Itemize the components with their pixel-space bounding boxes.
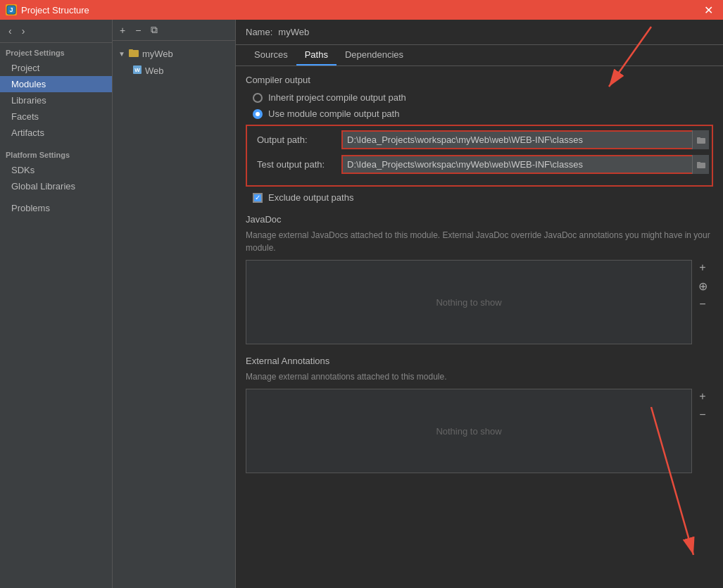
output-path-container [341,130,709,149]
external-annotations-add-button[interactable]: + [695,389,710,404]
tree-add-button[interactable]: + [117,23,128,37]
tree-node-myWeb[interactable]: ▼ myWeb [115,45,232,63]
external-annotations-empty-label: Nothing to show [436,426,501,437]
external-annotations-section: External Annotations Manage external ann… [246,356,713,473]
tabs-row: Sources Paths Dependencies [236,45,723,66]
test-output-path-input[interactable] [341,155,709,174]
module-folder-icon [128,47,139,61]
sidebar-item-libraries[interactable]: Libraries [0,92,112,108]
compiler-output-title: Compiler output [246,75,713,85]
output-path-row: Output path: [250,130,709,149]
tree-copy-button[interactable]: ⧉ [148,23,161,37]
tree-expand-arrow: ▼ [118,50,125,58]
output-path-input[interactable] [341,130,709,149]
radio-inherit-label: Inherit project compile output path [268,92,406,103]
javadoc-list-wrapper: Nothing to show + ⊕ − [246,260,692,344]
svg-rect-7 [697,137,700,139]
tree-panel: + − ⧉ ▼ myWeb W [113,20,236,588]
back-button[interactable]: ‹ [6,24,15,38]
close-button[interactable]: ✕ [700,2,717,18]
svg-rect-8 [697,163,705,168]
external-annotations-list-actions: + − [695,389,710,423]
radio-use-module-circle[interactable] [253,109,263,119]
name-row: Name: myWeb [236,20,723,45]
tab-paths[interactable]: Paths [296,45,337,65]
tree-node-label-myweb: myWeb [142,49,173,59]
svg-text:W: W [134,67,140,73]
svg-rect-2 [129,50,139,57]
radio-use-module-row[interactable]: Use module compile output path [246,108,713,119]
checkbox-check-icon: ✓ [255,194,260,201]
radio-inherit-circle[interactable] [253,93,263,103]
platform-settings-label: Platform Settings [0,144,112,162]
tree-node-web[interactable]: W Web [115,63,232,79]
sidebar-item-sdks[interactable]: SDKs [0,162,112,178]
title-bar-left: J Project Structure [6,4,89,15]
name-value: myWeb [278,27,309,37]
javadoc-add-button[interactable]: + [695,260,710,275]
javadoc-title: JavaDoc [246,214,713,225]
main-container: ‹ › Project Settings Project Modules Lib… [0,20,723,588]
title-bar: J Project Structure ✕ [0,0,723,20]
sidebar-item-problems[interactable]: Problems [0,200,112,216]
test-output-path-container [341,155,709,174]
tab-dependencies[interactable]: Dependencies [337,45,412,65]
test-output-path-browse-button[interactable] [692,155,709,174]
javadoc-empty-label: Nothing to show [436,297,501,308]
output-paths-section: Output path: Test outp [246,125,713,187]
svg-text:J: J [9,6,13,13]
tree-toolbar: + − ⧉ [113,20,235,41]
tab-sources[interactable]: Sources [246,45,296,65]
test-output-path-row: Test output path: [250,155,709,174]
javadoc-remove-button[interactable]: − [695,296,710,312]
external-annotations-remove-button[interactable]: − [695,407,710,423]
window-title: Project Structure [21,5,89,15]
output-path-browse-button[interactable] [692,130,709,149]
javadoc-list-actions: + ⊕ − [695,260,710,312]
tree-content: ▼ myWeb W Web [113,41,235,83]
sidebar-nav: ‹ › [0,20,112,43]
content-body: Compiler output Inherit project compile … [236,66,723,588]
sidebar-item-global-libraries[interactable]: Global Libraries [0,178,112,194]
javadoc-add-alt-button[interactable]: ⊕ [695,278,710,294]
radio-inherit-row[interactable]: Inherit project compile output path [246,92,713,103]
svg-rect-9 [697,162,700,163]
external-annotations-list-wrapper: Nothing to show + − [246,389,692,473]
exclude-output-paths-row[interactable]: ✓ Exclude output paths [246,192,713,203]
sidebar: ‹ › Project Settings Project Modules Lib… [0,20,113,588]
svg-rect-6 [697,138,705,144]
content-panel: Name: myWeb Sources Paths Dependencies C… [236,20,723,588]
tree-node-label-web: Web [145,65,164,76]
sidebar-item-modules[interactable]: Modules [0,76,112,92]
project-settings-label: Project Settings [0,43,112,60]
name-label: Name: [246,27,272,37]
web-module-icon: W [132,65,142,77]
radio-use-module-label: Use module compile output path [268,108,399,119]
external-annotations-list-panel: Nothing to show [246,389,692,473]
external-annotations-description: Manage external annotations attached to … [246,370,713,383]
exclude-output-paths-checkbox[interactable]: ✓ [253,193,263,203]
test-output-path-label: Test output path: [257,159,341,170]
tree-remove-button[interactable]: − [132,23,144,37]
app-icon: J [6,4,17,15]
svg-rect-3 [129,49,133,51]
exclude-output-paths-label: Exclude output paths [268,192,353,203]
sidebar-item-facets[interactable]: Facets [0,108,112,125]
javadoc-description: Manage external JavaDocs attached to thi… [246,229,713,254]
highlight-output-box: Output path: Test outp [246,125,713,187]
external-annotations-title: External Annotations [246,356,713,366]
forward-button[interactable]: › [19,24,28,38]
sidebar-item-artifacts[interactable]: Artifacts [0,125,112,141]
javadoc-list-panel: Nothing to show [246,260,692,344]
output-path-label: Output path: [257,135,341,145]
sidebar-item-project[interactable]: Project [0,60,112,76]
